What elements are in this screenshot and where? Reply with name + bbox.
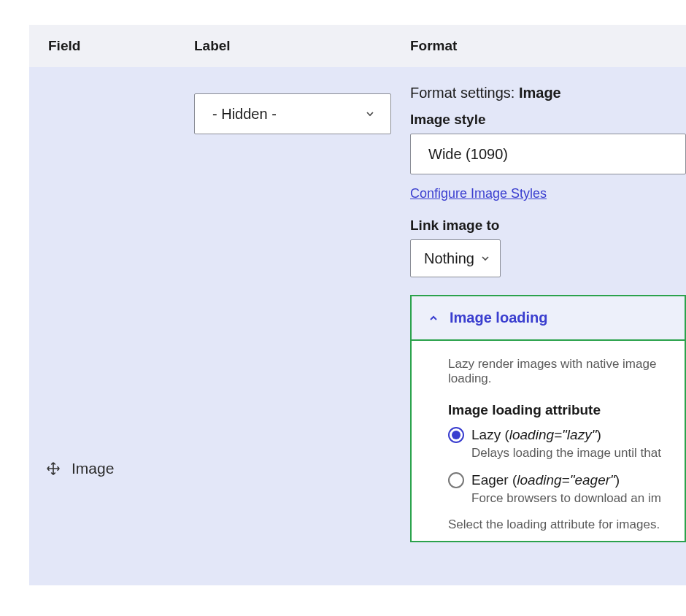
chevron-down-icon <box>364 108 376 120</box>
link-image-to-select[interactable]: Nothing <box>410 239 501 277</box>
radio-eager-input[interactable] <box>448 472 464 488</box>
radio-lazy-input[interactable] <box>448 427 464 443</box>
image-style-select-value: Wide (1090) <box>428 146 508 163</box>
header-format: Format <box>410 38 686 54</box>
panel-title: Image loading <box>450 309 547 326</box>
image-loading-panel-body: Lazy render images with native image loa… <box>412 341 685 541</box>
radio-eager-help: Force browsers to download an im <box>471 491 685 506</box>
radio-eager[interactable]: Eager (loading="eager") <box>448 472 685 488</box>
table-row: Image - Hidden - Format settings: Image … <box>29 67 686 585</box>
field-cell: Image <box>45 85 194 556</box>
field-name: Image <box>72 460 114 477</box>
label-select[interactable]: - Hidden - <box>194 93 391 134</box>
radio-lazy-help: Delays loading the image until that <box>471 446 685 461</box>
chevron-down-icon <box>479 253 491 264</box>
radio-lazy-label: Lazy (loading="lazy") <box>471 427 601 443</box>
header-label: Label <box>194 38 410 54</box>
radio-lazy[interactable]: Lazy (loading="lazy") <box>448 427 685 443</box>
panel-intro: Lazy render images with native image loa… <box>448 357 685 386</box>
header-field: Field <box>45 38 194 54</box>
image-style-select[interactable]: Wide (1090) <box>410 134 686 174</box>
loading-attribute-footer: Select the loading attribute for images. <box>448 517 685 532</box>
table-header: Field Label Format <box>29 25 686 67</box>
link-image-to-label: Link image to <box>410 217 686 234</box>
configure-image-styles-link[interactable]: Configure Image Styles <box>410 186 547 201</box>
image-loading-attribute-label: Image loading attribute <box>448 402 685 418</box>
image-style-label: Image style <box>410 112 686 128</box>
image-loading-panel-header[interactable]: Image loading <box>412 296 685 341</box>
radio-eager-label: Eager (loading="eager") <box>471 472 620 488</box>
drag-handle-icon[interactable] <box>45 461 61 477</box>
format-cell: Format settings: Image Image style Wide … <box>410 85 686 556</box>
format-settings-label: Format settings: Image <box>410 85 686 101</box>
label-cell: - Hidden - <box>194 85 410 556</box>
image-loading-panel: Image loading Lazy render images with na… <box>410 295 686 542</box>
link-image-to-select-value: Nothing <box>424 250 474 267</box>
chevron-up-icon <box>428 312 439 324</box>
label-select-value: - Hidden - <box>212 106 277 123</box>
